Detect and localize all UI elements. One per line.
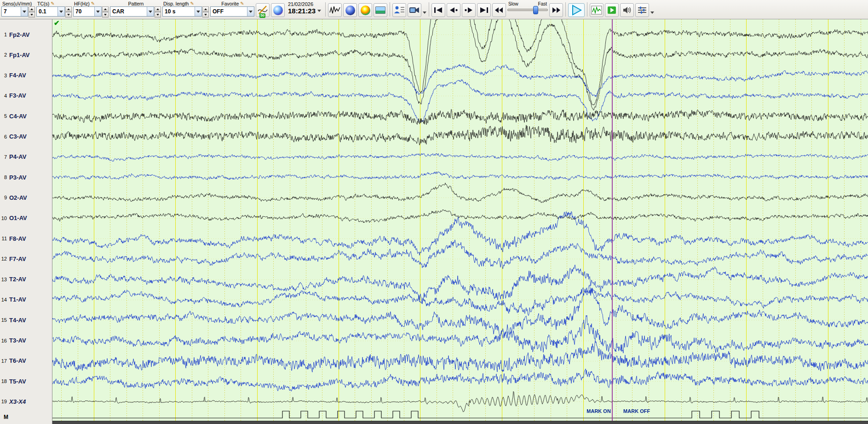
hf-combo[interactable]: 70 xyxy=(73,6,102,17)
channel-label[interactable]: T4-AV xyxy=(9,317,26,324)
step-down-button[interactable] xyxy=(155,12,161,17)
time-dropdown-icon[interactable] xyxy=(317,10,321,14)
step-down-button[interactable] xyxy=(65,12,72,17)
channel-label[interactable]: O2-AV xyxy=(9,194,27,201)
audio-button[interactable] xyxy=(620,3,634,17)
tc-value: 0.1 xyxy=(39,8,46,15)
waveform-view-button[interactable] xyxy=(328,3,342,17)
channel-row[interactable]: 10O1-AV xyxy=(0,214,52,222)
pattern-combo[interactable]: CAR xyxy=(110,6,154,17)
channel-row[interactable]: 4F3-AV xyxy=(0,92,52,100)
image-view-button[interactable] xyxy=(374,3,387,17)
chevron-down-icon[interactable] xyxy=(195,7,201,16)
video-camera-icon xyxy=(409,6,420,14)
settings-dropdown-icon[interactable] xyxy=(650,12,654,16)
favorite-label: Favorite xyxy=(221,1,239,6)
speed-slider-handle[interactable] xyxy=(533,6,538,14)
edit-pencil-icon[interactable]: ✎ xyxy=(190,1,194,6)
edit-pencil-icon[interactable]: ✎ xyxy=(51,1,54,6)
channel-label[interactable]: P4-AV xyxy=(9,153,26,160)
channel-row[interactable]: 3F4-AV xyxy=(0,71,52,80)
step-down-button[interactable] xyxy=(202,12,209,17)
timeline-bar[interactable] xyxy=(52,421,868,424)
step-up-button[interactable] xyxy=(65,6,72,12)
channel-row[interactable]: 5C4-AV xyxy=(0,112,52,120)
channel-label[interactable]: T5-AV xyxy=(9,378,26,385)
channel-row[interactable]: 17T6-AV xyxy=(0,357,52,365)
tc-combo[interactable]: 0.1 xyxy=(36,6,65,17)
channel-row[interactable]: 7P4-AV xyxy=(0,153,52,161)
chevron-down-icon[interactable] xyxy=(247,7,254,16)
favorite-combo[interactable]: OFF xyxy=(210,6,254,17)
eeg-canvas[interactable] xyxy=(52,19,868,424)
channel-row[interactable]: 6C3-AV xyxy=(0,133,52,141)
channel-label[interactable]: F3-AV xyxy=(9,92,26,99)
record-date: 21/02/2026 xyxy=(288,1,321,7)
disp-length-label: Disp. length xyxy=(163,1,189,6)
channel-label[interactable]: T6-AV xyxy=(9,357,26,364)
channel-row[interactable]: 14T1-AV xyxy=(0,296,52,304)
channel-row[interactable]: 8P3-AV xyxy=(0,173,52,181)
channel-row[interactable]: 13T2-AV xyxy=(0,275,52,284)
channel-row[interactable]: 15T4-AV xyxy=(0,316,52,324)
disp-length-combo[interactable]: 10 s xyxy=(162,6,202,17)
patient-info-button[interactable] xyxy=(392,3,406,17)
chevron-down-icon[interactable] xyxy=(94,7,101,16)
channel-row[interactable]: 19X3-X4 xyxy=(0,397,52,406)
video-button[interactable] xyxy=(408,3,421,17)
edit-pencil-icon[interactable]: ✎ xyxy=(91,1,95,6)
channel-label[interactable]: F7-AV xyxy=(9,256,26,262)
channel-row[interactable]: 12F7-AV xyxy=(0,255,52,263)
speed-slider-track[interactable] xyxy=(507,9,548,11)
map-display-button[interactable] xyxy=(271,3,285,17)
step-down-button[interactable] xyxy=(102,12,109,17)
channel-label[interactable]: Fp2-AV xyxy=(9,31,30,38)
live-trace-button[interactable] xyxy=(590,3,604,17)
step-back-button[interactable] xyxy=(447,3,460,17)
channel-label[interactable]: T2-AV xyxy=(9,276,26,283)
topo-map-button[interactable] xyxy=(343,3,357,17)
step-up-button[interactable] xyxy=(155,6,161,12)
channel-label[interactable]: C3-AV xyxy=(9,133,27,140)
channel-label[interactable]: P3-AV xyxy=(9,174,26,181)
step-back-icon xyxy=(449,7,458,13)
edit-pencil-icon[interactable]: ✎ xyxy=(240,1,244,6)
channel-row[interactable]: 1Fp2-AV xyxy=(0,30,52,39)
sens-combo[interactable]: 7 xyxy=(1,6,28,17)
video-dropdown-icon[interactable] xyxy=(423,12,426,16)
mark-on-label: MARK ON xyxy=(586,408,611,414)
color-map-button[interactable] xyxy=(358,3,372,17)
channel-row[interactable]: 11F8-AV xyxy=(0,234,52,243)
chevron-down-icon[interactable] xyxy=(57,7,64,16)
play-button[interactable] xyxy=(568,3,585,17)
rewind-button[interactable] xyxy=(492,3,506,17)
review-cursor[interactable] xyxy=(612,19,613,421)
chevron-down-icon[interactable] xyxy=(147,7,154,16)
step-forward-button[interactable] xyxy=(462,3,476,17)
chevron-down-icon[interactable] xyxy=(21,7,28,16)
channel-row[interactable]: 9O2-AV xyxy=(0,193,52,202)
channel-label[interactable]: C4-AV xyxy=(9,113,27,120)
channel-label[interactable]: T3-AV xyxy=(9,337,26,344)
channel-row[interactable]: 2Fp1-AV xyxy=(0,51,52,59)
settings-button[interactable] xyxy=(635,3,649,17)
channel-label[interactable]: Fp1-AV xyxy=(9,52,30,58)
channel-label[interactable]: X3-X4 xyxy=(9,398,26,405)
skip-to-end-button[interactable] xyxy=(477,3,491,17)
start-review-button[interactable] xyxy=(605,3,619,17)
channel-row[interactable]: 18T5-AV xyxy=(0,377,52,385)
channel-label[interactable]: O1-AV xyxy=(9,215,27,221)
step-down-button[interactable] xyxy=(29,12,35,17)
channel-number: 12 xyxy=(0,256,9,261)
step-up-button[interactable] xyxy=(29,6,35,12)
step-up-button[interactable] xyxy=(102,6,109,12)
channel-label[interactable]: F8-AV xyxy=(9,235,26,242)
channel-label[interactable]: T1-AV xyxy=(9,296,26,303)
pattern-label: Pattern xyxy=(128,1,144,6)
step-up-button[interactable] xyxy=(202,6,209,12)
fast-forward-button[interactable] xyxy=(549,3,563,17)
skip-to-start-button[interactable] xyxy=(431,3,445,17)
channel-label[interactable]: F4-AV xyxy=(9,72,26,79)
channel-row[interactable]: 16T3-AV xyxy=(0,337,52,345)
notch-filter-button[interactable]: 50 xyxy=(256,3,270,17)
